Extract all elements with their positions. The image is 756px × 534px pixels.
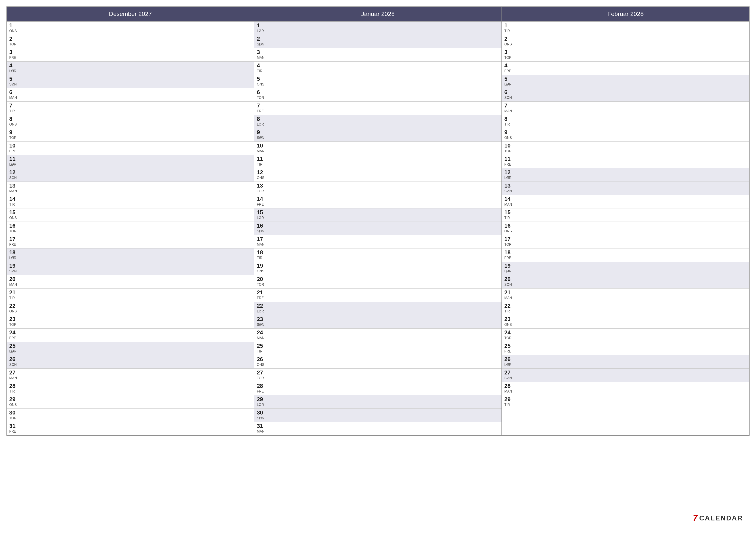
day-name-value: TIR — [257, 163, 263, 166]
day-number: 1ONS — [9, 22, 17, 33]
day-number: 10TOR — [504, 142, 511, 153]
day-name-value: ONS — [257, 363, 264, 367]
day-row: 4FRE — [502, 62, 749, 75]
day-number: 23ONS — [504, 316, 512, 327]
day-number: 11LØR — [9, 156, 16, 166]
day-row: 2TOR — [7, 35, 254, 48]
day-number-value: 17 — [9, 236, 15, 242]
day-number-value: 13 — [9, 182, 15, 189]
day-row: 1LØR — [254, 21, 502, 35]
day-name-value: LØR — [504, 176, 511, 180]
day-row: 26LØR — [502, 355, 749, 369]
day-row: 4LØR — [7, 62, 254, 75]
day-name-value: ONS — [504, 229, 512, 233]
day-number-value: 6 — [504, 89, 507, 95]
day-name-value: TIR — [504, 29, 510, 33]
day-name-value: LØR — [9, 256, 16, 260]
day-row: 14FRE — [254, 195, 502, 208]
day-number: 12ONS — [257, 169, 264, 180]
day-row: 13SØN — [502, 182, 749, 195]
day-number: 13SØN — [504, 183, 512, 193]
day-number: 22ONS — [9, 303, 17, 313]
day-row: 13TOR — [254, 182, 502, 195]
day-number-value: 29 — [504, 396, 511, 402]
day-number: 27SØN — [504, 369, 512, 380]
day-number: 6MAN — [9, 89, 17, 100]
day-number: 24FRE — [9, 329, 16, 340]
day-number: 28MAN — [504, 383, 512, 394]
day-name-value: TIR — [9, 109, 15, 113]
day-name-value: SØN — [9, 363, 17, 367]
day-row: 9SØN — [254, 128, 502, 142]
day-number: 22TIR — [504, 303, 511, 313]
day-row: 25TIR — [254, 342, 502, 355]
day-row: 24FRE — [7, 329, 254, 342]
day-number-value: 7 — [9, 102, 12, 109]
day-row: 31MAN — [254, 422, 502, 435]
day-number: 7MAN — [504, 103, 512, 113]
day-number: 11FRE — [504, 156, 511, 166]
day-row: 29TIR — [502, 395, 749, 409]
day-name-value: ONS — [257, 83, 264, 86]
day-row: 3MAN — [254, 48, 502, 62]
day-name-value: SØN — [9, 83, 17, 86]
day-name-value: LØR — [257, 216, 264, 220]
day-number-value: 19 — [257, 263, 263, 269]
day-number: 19SØN — [9, 263, 17, 273]
day-row: 17MAN — [254, 235, 502, 248]
day-row: 20MAN — [7, 275, 254, 289]
day-number-value: 30 — [9, 409, 15, 416]
day-row: 21TIR — [7, 289, 254, 302]
day-name-value: MAN — [9, 376, 17, 380]
day-row: 7MAN — [502, 102, 749, 115]
day-number-value: 29 — [257, 396, 263, 402]
day-row: 10FRE — [7, 142, 254, 155]
day-number: 28TIR — [9, 383, 15, 394]
day-name-value: TOR — [9, 323, 16, 327]
day-number-value: 27 — [504, 369, 511, 376]
day-name-value: MAN — [9, 96, 17, 100]
day-number: 10MAN — [257, 142, 265, 153]
day-number: 4TIR — [257, 63, 262, 73]
day-number-value: 12 — [504, 169, 511, 175]
day-row: 2SØN — [254, 35, 502, 48]
day-row: 17TOR — [502, 235, 749, 248]
day-name-value: FRE — [9, 243, 16, 246]
day-number-value: 22 — [257, 302, 263, 309]
day-number: 11TIR — [257, 156, 263, 166]
day-number: 17FRE — [9, 236, 16, 246]
day-name-value: MAN — [257, 430, 265, 433]
day-row: 18FRE — [502, 248, 749, 262]
day-number-value: 24 — [504, 329, 511, 336]
day-number-value: 17 — [504, 236, 511, 242]
day-row: 3FRE — [7, 48, 254, 62]
day-row: 14MAN — [502, 195, 749, 208]
day-name-value: MAN — [504, 203, 512, 207]
day-number-value: 25 — [504, 343, 511, 349]
day-number: 27TOR — [257, 369, 264, 380]
day-number: 20MAN — [9, 276, 17, 287]
day-number: 6TOR — [257, 89, 264, 100]
day-name-value: TOR — [504, 243, 511, 246]
day-row: 19ONS — [254, 262, 502, 275]
day-number-value: 2 — [504, 36, 507, 42]
day-number-value: 29 — [9, 396, 15, 402]
day-name-value: TOR — [257, 283, 264, 287]
day-number-value: 11 — [9, 156, 15, 162]
day-number: 26SØN — [9, 356, 17, 367]
day-number-value: 27 — [9, 369, 15, 376]
day-name-value: FRE — [9, 336, 16, 340]
day-number: 16TOR — [9, 223, 16, 233]
day-name-value: TOR — [257, 96, 264, 100]
day-row: 23ONS — [502, 315, 749, 329]
month-col-januar-2028: Januar 20281LØR2SØN3MAN4TIR5ONS6TOR7FRE8… — [254, 7, 502, 435]
day-number: 12LØR — [504, 169, 511, 180]
month-col-desember-2027: Desember 20271ONS2TOR3FRE4LØR5SØN6MAN7TI… — [7, 7, 254, 435]
day-number: 14FRE — [257, 196, 264, 207]
day-number-value: 5 — [257, 76, 260, 82]
day-row: 27MAN — [7, 369, 254, 382]
day-name-value: TIR — [504, 122, 510, 126]
day-name-value: MAN — [9, 189, 17, 193]
day-row: 26ONS — [254, 355, 502, 369]
day-row: 29LØR — [254, 395, 502, 409]
